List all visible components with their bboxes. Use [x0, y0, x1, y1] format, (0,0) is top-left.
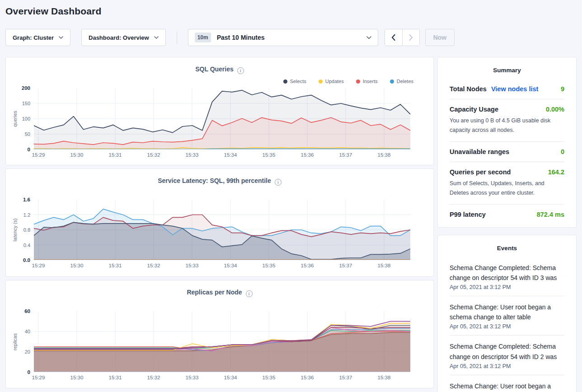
summary-row-value: 164.2 [548, 168, 564, 176]
x-tick-label: 15:37 [339, 152, 352, 158]
y-axis-label: queries [11, 88, 19, 149]
events-title: Events [450, 235, 564, 257]
x-tick-label: 15:31 [109, 152, 122, 158]
view-nodes-link[interactable]: View nodes list [491, 85, 539, 93]
chart-legend: SelectsUpdatesInsertsDeletes [283, 79, 413, 84]
plot-area [34, 200, 410, 260]
plot-area [34, 88, 410, 149]
y-tick-label: 60 [24, 308, 30, 314]
summary-row: Capacity Usage0.00%You are using 0 B of … [450, 99, 564, 142]
chevron-down-icon [154, 36, 159, 39]
chart-body: queries 200150100500 [11, 88, 410, 149]
toolbar-divider [177, 32, 177, 44]
x-tick-label: 15:34 [224, 375, 237, 380]
summary-row-label: Capacity Usage [450, 106, 498, 113]
y-tick-label: 0.8 [23, 227, 30, 233]
event-timestamp: Apr 05, 2021 at 3:12 PM [450, 363, 564, 369]
y-tick-label: 0 [28, 147, 30, 152]
events-list: Schema Change Completed: Schema change o… [450, 257, 564, 392]
y-tick-label: 150 [22, 101, 30, 106]
x-tick-label: 15:32 [147, 152, 160, 158]
legend-dot [319, 79, 323, 84]
toolbar: Graph: Cluster Dashboard: Overview 10m P… [5, 29, 577, 46]
info-icon[interactable]: i [246, 290, 253, 297]
info-icon[interactable]: i [237, 67, 244, 74]
main-content: SQL Queriesi SelectsUpdatesInsertsDelete… [5, 57, 577, 392]
y-tick-label: 40 [25, 329, 30, 334]
event-item: Schema Change Completed: Schema change o… [450, 336, 564, 375]
time-next-button[interactable] [402, 29, 419, 46]
time-range-badge: 10m [195, 33, 211, 42]
chart-body: replicas 6040200 [11, 311, 410, 372]
events-panel: Events Schema Change Completed: Schema c… [437, 235, 577, 392]
summary-row-value: 872.4 ms [537, 211, 564, 218]
x-tick-label: 15:33 [186, 263, 199, 268]
chart-body: latency (s) 1.61.20.80.40.0 [11, 200, 410, 260]
summary-row-value: 9 [561, 85, 564, 93]
legend-dot [390, 79, 394, 84]
sql-queries-chart[interactable] [34, 88, 410, 149]
x-tick-label: 15:37 [339, 375, 352, 380]
now-button[interactable]: Now [425, 29, 455, 46]
y-tick-label: 1.6 [23, 197, 30, 202]
graph-dropdown-label: Graph: Cluster [13, 34, 54, 41]
page-title: Overview Dashboard [5, 6, 577, 17]
legend-item-deletes[interactable]: Deletes [390, 79, 413, 84]
x-tick-label: 15:31 [109, 375, 122, 380]
time-range-label: Past 10 Minutes [217, 34, 366, 41]
time-prev-button[interactable] [385, 29, 402, 46]
x-tick-label: 15:34 [224, 263, 237, 268]
legend-dot [283, 79, 287, 84]
x-tick-label: 15:31 [109, 263, 122, 268]
y-axis-ticks: 6040200 [19, 311, 34, 372]
x-tick-label: 15:35 [263, 263, 276, 268]
x-tick-label: 15:36 [301, 152, 314, 158]
replicas-per-node-chart[interactable] [34, 311, 410, 372]
plot-area [34, 311, 410, 372]
chart-title: SQL Queriesi [6, 65, 433, 74]
summary-row-label: Unavailable ranges [450, 148, 509, 155]
y-axis-ticks: 1.61.20.80.40.0 [19, 200, 34, 260]
dashboard-dropdown[interactable]: Dashboard: Overview [81, 29, 166, 46]
event-timestamp: Apr 05, 2021 at 3:12 PM [450, 284, 564, 290]
y-axis-label: replicas [11, 311, 19, 372]
legend-item-updates[interactable]: Updates [319, 79, 344, 84]
summary-row-label: P99 latency [450, 211, 486, 218]
overview-dashboard-page: Overview Dashboard Graph: Cluster Dashbo… [0, 6, 582, 392]
service-latency-chart[interactable] [34, 200, 410, 260]
x-tick-label: 15:32 [147, 375, 160, 380]
x-tick-label: 15:30 [70, 152, 84, 158]
x-tick-label: 15:38 [378, 263, 391, 268]
info-icon[interactable]: i [275, 179, 282, 186]
chart-title-text: Service Latency: SQL, 99th percentile [158, 177, 271, 184]
y-tick-label: 20 [25, 349, 30, 355]
chart-title-text: SQL Queries [195, 65, 234, 73]
summary-row-value: 0.00% [546, 106, 564, 113]
summary-row: P99 latency872.4 ms [450, 205, 564, 227]
summary-row-label: Queries per second [450, 168, 511, 176]
y-tick-label: 50 [25, 131, 30, 137]
dashboard-dropdown-label: Dashboard: Overview [89, 34, 149, 41]
event-timestamp: Apr 05, 2021 at 3:12 PM [450, 323, 564, 330]
y-tick-label: 100 [22, 116, 30, 121]
x-tick-label: 15:33 [186, 152, 199, 158]
chevron-down-icon [366, 36, 371, 39]
event-item: Schema Change: User root began a schema … [450, 296, 564, 336]
y-tick-label: 1.2 [23, 212, 30, 218]
x-tick-label: 15:32 [147, 263, 160, 268]
event-item: Schema Change Completed: Schema change o… [450, 257, 564, 296]
time-range-picker[interactable]: 10m Past 10 Minutes [188, 29, 378, 46]
summary-row-description: You are using 0 B of 4.5 GiB usable disk… [450, 116, 564, 135]
chevron-down-icon [59, 36, 63, 39]
event-message: Schema Change Completed: Schema change o… [450, 341, 564, 361]
time-nav-group [385, 29, 420, 46]
y-tick-label: 0.0 [23, 257, 30, 263]
x-tick-label: 15:38 [378, 152, 391, 158]
legend-item-selects[interactable]: Selects [283, 79, 306, 84]
graph-dropdown[interactable]: Graph: Cluster [5, 29, 70, 46]
y-tick-label: 200 [22, 85, 30, 91]
summary-title: Summary [450, 57, 564, 79]
legend-item-inserts[interactable]: Inserts [356, 79, 378, 84]
x-tick-label: 15:29 [32, 263, 45, 268]
replicas-per-node-chart-card: Replicas per Nodei replicas 6040200 15:2… [5, 280, 434, 388]
